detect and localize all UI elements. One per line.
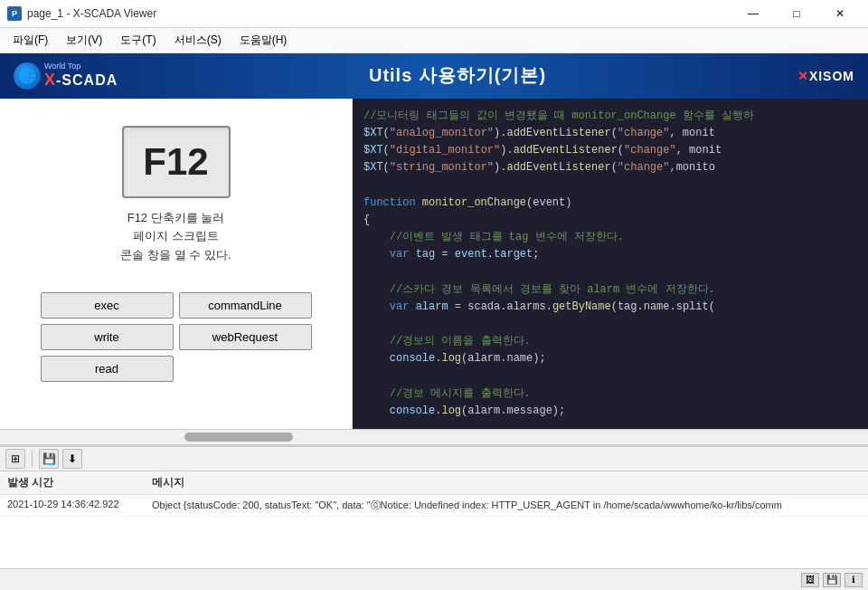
commandline-button[interactable]: commandLine [179, 292, 312, 319]
horizontal-scrollbar[interactable] [0, 429, 868, 445]
log-timestamp: 2021-10-29 14:36:42.922 [7, 499, 152, 512]
code-line-2: $XT("analog_monitor").addEventListener("… [363, 125, 857, 142]
code-line-14: console.log(alarm.message); [363, 403, 857, 420]
code-line-blank1 [363, 176, 857, 194]
code-line-blank3 [363, 316, 857, 333]
code-line-13: //경보 메시지를 출력한다. [363, 385, 857, 403]
code-line-10: var alarm = scada.alarms.getByName(tag.n… [363, 299, 857, 316]
toolbar-icon-download[interactable]: ⬇ [62, 449, 82, 469]
window-title: page_1 - X-SCADA Viewer [27, 7, 732, 20]
menu-file[interactable]: 파일(F) [4, 29, 57, 52]
code-line-1: //모니터링 태그들의 값이 변경됐을 때 monitor_onChange 함… [363, 108, 857, 125]
log-header: 발생 시간 메시지 [0, 471, 868, 495]
log-area: 발생 시간 메시지 2021-10-29 14:36:42.922 Object… [0, 471, 868, 568]
f12-description: F12 단축키를 눌러 페이지 스크립트 콘솔 창을 열 수 있다. [120, 209, 231, 265]
code-line-blank4 [363, 367, 857, 385]
bottom-section: ⊞ 💾 ⬇ 발생 시간 메시지 2021-10-29 14:36:42.922 … [0, 445, 868, 590]
code-line-8: var tag = event.target; [363, 246, 857, 263]
left-panel: F12 F12 단축키를 눌러 페이지 스크립트 콘솔 창을 열 수 있다. e… [0, 99, 353, 429]
maximize-button[interactable]: □ [776, 1, 817, 26]
content-wrapper: 🌐 World Top X-SCADA Utils 사용하기(기본) ✕XISO… [0, 53, 868, 590]
exec-button[interactable]: exec [41, 292, 174, 319]
write-button[interactable]: write [41, 324, 174, 350]
menu-bar: 파일(F) 보기(V) 도구(T) 서비스(S) 도움말(H) [0, 28, 868, 52]
page-title: Utils 사용하기(기본) [118, 63, 797, 88]
f12-label: F12 [143, 140, 208, 184]
toolbar-separator [32, 451, 33, 467]
title-bar: P page_1 - X-SCADA Viewer — □ ✕ [0, 0, 868, 28]
read-button[interactable]: read [41, 356, 174, 382]
menu-tools[interactable]: 도구(T) [111, 29, 165, 52]
menu-help[interactable]: 도움말(H) [231, 29, 297, 52]
code-panel: //모니터링 태그들의 값이 변경됐을 때 monitor_onChange 함… [353, 99, 868, 429]
log-message: Object {statusCode: 200, statusText: "OK… [152, 499, 861, 512]
code-line-6: { [363, 212, 857, 229]
logo-text: X-SCADA [44, 71, 118, 90]
globe-icon: 🌐 [14, 62, 41, 90]
window-controls: — □ ✕ [732, 1, 861, 26]
code-line-5: function monitor_onChange(event) [363, 195, 857, 212]
bottom-toolbar: ⊞ 💾 ⬇ [0, 446, 868, 471]
status-icon-3[interactable]: ℹ [844, 573, 863, 587]
xisom-logo: ✕XISOM [797, 69, 854, 83]
close-button[interactable]: ✕ [819, 1, 861, 26]
menu-services[interactable]: 서비스(S) [165, 29, 231, 52]
code-line-3: $XT("digital_monitor").addEventListener(… [363, 142, 857, 159]
main-panels: F12 F12 단축키를 눌러 페이지 스크립트 콘솔 창을 열 수 있다. e… [0, 99, 868, 429]
log-col-msg-header: 메시지 [152, 475, 861, 490]
header-logo-bar: 🌐 World Top X-SCADA Utils 사용하기(기본) ✕XISO… [0, 53, 868, 99]
webrequest-button[interactable]: webRequest [179, 324, 312, 350]
toolbar-icon-grid[interactable]: ⊞ [5, 449, 25, 469]
app-window: P page_1 - X-SCADA Viewer — □ ✕ 파일(F) 보기… [0, 0, 868, 590]
app-icon: P [7, 6, 22, 21]
scroll-thumb[interactable] [184, 433, 293, 442]
logo-left: 🌐 World Top X-SCADA [14, 62, 118, 90]
status-icon-1[interactable]: 🖼 [801, 573, 819, 587]
code-line-4: $XT("string_monitor").addEventListener("… [363, 159, 857, 176]
status-icon-2[interactable]: 💾 [823, 573, 841, 587]
code-line-9: //스카다 경보 목록에서 경보를 찾아 alarm 변수에 저장한다. [363, 281, 857, 299]
toolbar-icon-save[interactable]: 💾 [39, 449, 59, 469]
status-bar: 🖼 💾 ℹ [0, 568, 868, 590]
code-line-7: //이벤트 발생 태그를 tag 변수에 저장한다. [363, 229, 857, 246]
log-row: 2021-10-29 14:36:42.922 Object {statusCo… [0, 495, 868, 517]
code-line-11: //경보의 이름을 출력한다. [363, 333, 857, 350]
menu-view[interactable]: 보기(V) [57, 29, 111, 52]
code-line-blank2 [363, 263, 857, 281]
minimize-button[interactable]: — [732, 1, 774, 26]
button-grid: exec commandLine write webRequest read [41, 292, 312, 382]
log-col-time-header: 발생 시간 [7, 475, 152, 490]
f12-box: F12 [122, 126, 231, 198]
code-line-12: console.log(alarm.name); [363, 350, 857, 367]
